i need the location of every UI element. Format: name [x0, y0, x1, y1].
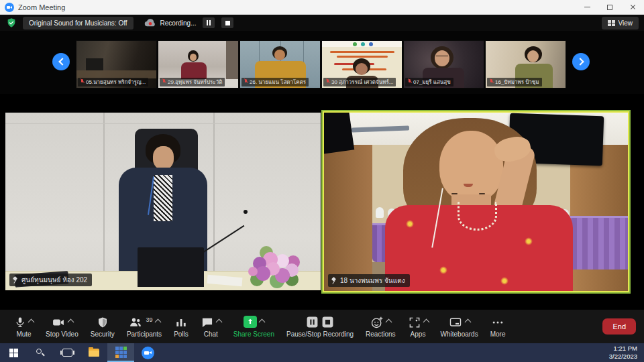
pause-stop-recording-button[interactable]: Pause/Stop Recording	[280, 311, 360, 342]
participant-thumbnails: 05.นายสุนทร พริกจำรูญ... 29.อุทุมพร จันท…	[76, 40, 566, 88]
meeting-room-scene	[324, 113, 628, 291]
security-button[interactable]: Security	[85, 311, 121, 342]
participant-thumbnail[interactable]: 05.นายสุนทร พริกจำรูญ...	[76, 40, 157, 88]
windows-logo-icon	[9, 349, 18, 357]
participant-thumbnail[interactable]: 26. นายแมน โสดาโคตร	[239, 40, 321, 88]
share-screen-label: Share Screen	[233, 331, 274, 338]
participant-name-bar: 16_ปัทมาพร ป้าชุม	[487, 78, 542, 86]
chevron-up-icon[interactable]	[465, 318, 472, 325]
participant-thumbnail[interactable]: 30 สุภาวรรณ์ เศวตจันทร์...	[321, 40, 402, 88]
chevron-up-icon[interactable]	[258, 318, 265, 325]
apps-button[interactable]: Apps	[402, 311, 435, 342]
original-sound-button[interactable]: Original Sound for Musicians: Off	[23, 17, 133, 29]
more-label: More	[490, 331, 506, 338]
shirt-flower-print	[439, 266, 447, 274]
zoom-camera-icon	[142, 347, 154, 359]
participant-name: 26. นายแมน โสดาโคตร	[250, 78, 306, 86]
microphone-head	[244, 210, 248, 214]
chevron-up-icon[interactable]	[385, 318, 392, 325]
whiteboards-label: Whiteboards	[441, 331, 478, 338]
participants-button[interactable]: 39 Participants	[121, 311, 168, 342]
control-toolbar: Mute Stop Video Security 39 Participants…	[0, 310, 644, 343]
minimize-button[interactable]	[576, 0, 598, 14]
view-button[interactable]: View	[602, 17, 639, 29]
chat-button[interactable]: Chat	[195, 311, 227, 342]
stop-recording-icon[interactable]	[321, 316, 334, 328]
chevron-up-icon[interactable]	[215, 318, 222, 325]
start-button[interactable]	[0, 343, 27, 362]
whiteboards-button[interactable]: Whiteboards	[435, 311, 484, 342]
person-face	[527, 50, 539, 62]
taskbar-clock[interactable]: 1:21 PM 3/22/2023	[609, 343, 644, 362]
title-bar: Zoom Meeting	[0, 0, 644, 15]
mute-button[interactable]: Mute	[8, 311, 40, 342]
file-explorer-button[interactable]	[80, 343, 107, 362]
wall-seam	[213, 113, 215, 290]
filmstrip-prev-button[interactable]	[52, 53, 70, 70]
zoom-taskbar-button[interactable]	[134, 343, 161, 362]
shirt-flower-print	[406, 220, 414, 228]
participant-thumbnail[interactable]: 07_มยุรี แสนสุข	[403, 40, 484, 88]
participant-name: 05.นายสุนทร พริกจำรูญ...	[86, 78, 146, 86]
clock-time: 1:21 PM	[614, 345, 637, 353]
close-button[interactable]	[621, 0, 644, 14]
chevron-up-icon[interactable]	[67, 318, 74, 325]
polls-button[interactable]: Polls	[168, 311, 195, 342]
wood-wall-left	[324, 145, 372, 291]
pause-recording-button[interactable]	[203, 17, 215, 28]
share-screen-icon	[244, 316, 257, 328]
folder-icon	[89, 349, 99, 357]
maximize-button[interactable]	[598, 0, 621, 14]
participant-name: 16_ปัทมาพร ป้าชุม	[495, 78, 539, 86]
search-button[interactable]	[27, 343, 54, 362]
tv-screen-left	[323, 111, 354, 154]
pin-icon	[12, 277, 18, 284]
windows-taskbar: 1:21 PM 3/22/2023	[0, 343, 644, 362]
chevron-up-icon[interactable]	[28, 318, 35, 325]
active-speaker-video[interactable]: 18 นางพนมพร จันแดง	[323, 111, 629, 292]
security-label: Security	[91, 331, 115, 338]
main-video-area: ศูนย์ทุนมนุษย์ ห้อง 202	[0, 94, 644, 310]
pin-icon	[331, 278, 337, 284]
participant-name-bar: 30 สุภาวรรณ์ เศวตจันทร์...	[323, 78, 396, 86]
video-camera-icon	[51, 316, 66, 329]
search-icon	[36, 348, 45, 357]
reactions-button[interactable]: Reactions	[360, 311, 401, 342]
participant-thumbnail[interactable]: 16_ปัทมาพร ป้าชุม	[485, 40, 566, 88]
participant-thumbnail[interactable]: 29.อุทุมพร จันทร์ประวัติ	[158, 40, 239, 88]
filmstrip-next-button[interactable]	[572, 53, 590, 70]
meeting-controls-bar: Original Sound for Musicians: Off Record…	[0, 15, 644, 31]
office-scene	[5, 113, 321, 290]
mute-label: Mute	[16, 331, 31, 338]
pause-icon	[207, 20, 208, 25]
video-name-label: 18 นางพนมพร จันแดง	[328, 274, 410, 287]
pinned-video-left[interactable]: ศูนย์ทุนมนุษย์ ห้อง 202	[5, 113, 321, 290]
muted-mic-icon	[489, 79, 493, 85]
task-view-button[interactable]	[54, 343, 80, 362]
grid-view-icon	[608, 20, 615, 26]
stop-recording-button[interactable]	[221, 17, 233, 28]
person-face	[439, 131, 503, 202]
chevron-up-icon[interactable]	[423, 318, 429, 325]
more-button[interactable]: More	[484, 311, 512, 342]
zoom-window: Zoom Meeting Original Sound for Musician…	[0, 0, 644, 362]
stop-icon	[225, 21, 230, 25]
wall-seam	[5, 123, 321, 124]
muted-mic-icon	[162, 79, 166, 85]
share-screen-button[interactable]: Share Screen	[227, 311, 280, 342]
active-app-button[interactable]	[107, 343, 134, 362]
laptop	[138, 247, 204, 286]
apps-label: Apps	[411, 331, 426, 338]
end-meeting-button[interactable]: End	[602, 318, 636, 335]
encryption-shield-icon[interactable]	[6, 17, 17, 28]
stop-video-button[interactable]: Stop Video	[40, 311, 85, 342]
banner-text-line	[330, 51, 394, 53]
wall-seam	[103, 113, 105, 290]
monitor-shape	[86, 58, 103, 70]
participants-label: Participants	[127, 331, 162, 338]
chevron-up-icon[interactable]	[154, 318, 161, 325]
microphone-icon	[14, 316, 26, 329]
pause-recording-icon[interactable]	[306, 316, 319, 328]
video-filmstrip: 05.นายสุนทร พริกจำรูญ... 29.อุทุมพร จันท…	[0, 31, 644, 94]
whiteboard-icon	[448, 316, 463, 329]
